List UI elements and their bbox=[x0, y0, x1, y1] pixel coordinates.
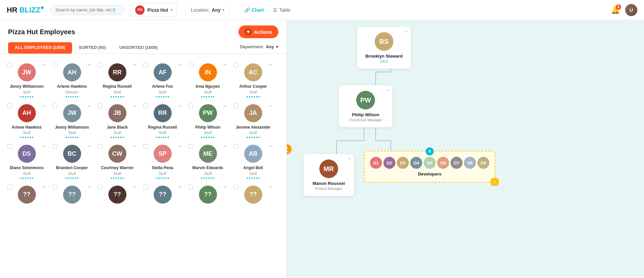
card-checkbox[interactable] bbox=[7, 103, 12, 108]
employee-card[interactable]: ✏ AB Angel Bell Stuff bbox=[230, 141, 276, 182]
org-node-ceo[interactable]: ✏ BS Brooklyn Steward CEO bbox=[357, 27, 411, 69]
card-drag-handle[interactable] bbox=[7, 96, 46, 97]
card-checkbox[interactable] bbox=[98, 144, 103, 149]
card-drag-handle[interactable] bbox=[234, 137, 272, 138]
card-edit-icon[interactable]: ✏ bbox=[43, 185, 46, 190]
user-avatar[interactable]: U bbox=[625, 4, 637, 16]
card-edit-icon[interactable]: ✏ bbox=[178, 103, 182, 108]
company-selector[interactable]: PH Pizza Hut ▾ bbox=[131, 3, 177, 17]
card-checkbox[interactable] bbox=[53, 185, 57, 190]
card-checkbox[interactable] bbox=[189, 185, 193, 190]
employee-card[interactable]: ✏ RR Regina Russell Stuff bbox=[140, 100, 185, 141]
employee-card[interactable]: ✏ JW Jenny Williamson Stuff bbox=[4, 59, 49, 100]
card-checkbox[interactable] bbox=[98, 63, 103, 67]
card-drag-handle[interactable] bbox=[189, 178, 227, 179]
actions-button[interactable]: ▾ Actions bbox=[238, 25, 278, 38]
employee-card[interactable]: ✏ ?? bbox=[4, 182, 49, 209]
employee-card[interactable]: ✏ ME Marvin Edwards Stuff bbox=[185, 141, 230, 182]
employee-card[interactable]: ✏ AF Arlene Fox Stuff bbox=[140, 59, 185, 100]
card-edit-icon[interactable]: ✏ bbox=[269, 103, 272, 108]
employee-card[interactable]: ✏ JA Jerome Alexander Stuff bbox=[230, 100, 276, 141]
search-input[interactable] bbox=[55, 7, 112, 12]
card-drag-handle[interactable] bbox=[53, 137, 91, 138]
employee-card[interactable]: ✏ ?? bbox=[95, 182, 140, 209]
card-drag-handle[interactable] bbox=[98, 137, 137, 138]
employee-card[interactable]: ✏ AH Arlene Hawkins Director bbox=[49, 59, 95, 100]
org-group-developers[interactable]: 9 D1D2D3D4D5D6D7D8D9 Developers » bbox=[364, 151, 495, 183]
card-checkbox[interactable] bbox=[234, 185, 238, 190]
card-checkbox[interactable] bbox=[234, 103, 238, 108]
card-edit-icon[interactable]: ✏ bbox=[224, 144, 227, 149]
employee-card[interactable]: ✏ ?? bbox=[49, 182, 95, 209]
employee-card[interactable]: ✏ ?? bbox=[185, 182, 230, 209]
card-checkbox[interactable] bbox=[7, 63, 12, 67]
card-checkbox[interactable] bbox=[234, 63, 238, 67]
employee-card[interactable]: ✏ PW Philip Wilson Stuff bbox=[185, 100, 230, 141]
card-edit-icon[interactable]: ✏ bbox=[133, 185, 137, 190]
card-edit-icon[interactable]: ✏ bbox=[224, 63, 227, 67]
employee-card[interactable]: ✏ AC Arthur Cooper Stuff bbox=[230, 59, 276, 100]
tab-unsorted[interactable]: UNSORTED (1608) bbox=[113, 42, 164, 54]
card-edit-icon[interactable]: ✏ bbox=[133, 144, 137, 149]
card-checkbox[interactable] bbox=[143, 103, 148, 108]
employee-card[interactable]: ✏ CW Courtney Warren Stuff bbox=[95, 141, 140, 182]
card-checkbox[interactable] bbox=[7, 185, 12, 190]
card-checkbox[interactable] bbox=[143, 63, 148, 67]
ceo-edit-icon[interactable]: ✏ bbox=[405, 29, 408, 34]
card-drag-handle[interactable] bbox=[7, 137, 46, 138]
card-checkbox[interactable] bbox=[98, 185, 103, 190]
card-edit-icon[interactable]: ✏ bbox=[178, 144, 182, 149]
card-checkbox[interactable] bbox=[234, 144, 238, 149]
card-edit-icon[interactable]: ✏ bbox=[178, 185, 182, 190]
card-edit-icon[interactable]: ✏ bbox=[133, 63, 137, 67]
card-edit-icon[interactable]: ✏ bbox=[269, 63, 272, 67]
card-edit-icon[interactable]: ✏ bbox=[88, 63, 91, 67]
card-drag-handle[interactable] bbox=[189, 96, 227, 97]
card-edit-icon[interactable]: ✏ bbox=[224, 103, 227, 108]
card-edit-icon[interactable]: ✏ bbox=[269, 144, 272, 149]
employee-card[interactable]: ✏ AH Arlene Hawkins Stuff bbox=[4, 100, 49, 141]
search-bar[interactable]: ⚲ bbox=[50, 5, 124, 15]
card-edit-icon[interactable]: ✏ bbox=[269, 185, 272, 190]
employee-card[interactable]: ✏ JW Jenny Williamson Stuff bbox=[49, 100, 95, 141]
card-drag-handle[interactable] bbox=[98, 96, 137, 97]
card-checkbox[interactable] bbox=[143, 144, 148, 149]
org-node-manager[interactable]: ✏ PW Philip Wilson Functional Manager bbox=[339, 85, 392, 127]
card-edit-icon[interactable]: ✏ bbox=[88, 103, 91, 108]
department-filter[interactable]: Department: Any ▾ bbox=[240, 44, 278, 49]
card-checkbox[interactable] bbox=[189, 144, 193, 149]
employee-card[interactable]: ✏ IN Irma Nguyen Stuff bbox=[185, 59, 230, 100]
card-checkbox[interactable] bbox=[53, 144, 57, 149]
employee-card[interactable]: ✏ JB Jane Black Stuff bbox=[95, 100, 140, 141]
card-edit-icon[interactable]: ✏ bbox=[88, 185, 91, 190]
employee-card[interactable]: ✏ ?? bbox=[140, 182, 185, 209]
card-checkbox[interactable] bbox=[143, 185, 148, 190]
card-drag-handle[interactable] bbox=[234, 96, 272, 97]
card-drag-handle[interactable] bbox=[53, 178, 91, 179]
card-edit-icon[interactable]: ✏ bbox=[133, 103, 137, 108]
card-edit-icon[interactable]: ✏ bbox=[43, 63, 46, 67]
card-edit-icon[interactable]: ✏ bbox=[88, 144, 91, 149]
view-table-btn[interactable]: ☰ Table bbox=[270, 6, 293, 14]
tab-all-employees[interactable]: ALL EMPLOYEES (1658) bbox=[8, 42, 72, 54]
employee-card[interactable]: ✏ BC Brandon Cooper Stuff bbox=[49, 141, 95, 182]
card-checkbox[interactable] bbox=[7, 144, 12, 149]
card-drag-handle[interactable] bbox=[143, 178, 182, 179]
card-drag-handle[interactable] bbox=[143, 137, 182, 138]
card-checkbox[interactable] bbox=[53, 63, 57, 67]
card-edit-icon[interactable]: ✏ bbox=[178, 63, 182, 67]
card-checkbox[interactable] bbox=[98, 103, 103, 108]
tab-sorted[interactable]: SORTED (50) bbox=[72, 42, 113, 54]
card-checkbox[interactable] bbox=[53, 103, 57, 108]
manager-edit-icon[interactable]: ✏ bbox=[387, 88, 390, 92]
pm-edit-icon[interactable]: ✏ bbox=[348, 157, 351, 161]
notifications-button[interactable]: 🔔 5 bbox=[611, 6, 620, 14]
card-drag-handle[interactable] bbox=[7, 178, 46, 179]
card-edit-icon[interactable]: ✏ bbox=[43, 103, 46, 108]
card-drag-handle[interactable] bbox=[234, 178, 272, 179]
card-drag-handle[interactable] bbox=[189, 137, 227, 138]
employee-card[interactable]: ✏ ?? bbox=[230, 182, 276, 209]
card-edit-icon[interactable]: ✏ bbox=[43, 144, 46, 149]
employee-card[interactable]: ✏ SP Stella Pena Stuff bbox=[140, 141, 185, 182]
view-chart-btn[interactable]: 🔗 Chart bbox=[241, 6, 267, 14]
